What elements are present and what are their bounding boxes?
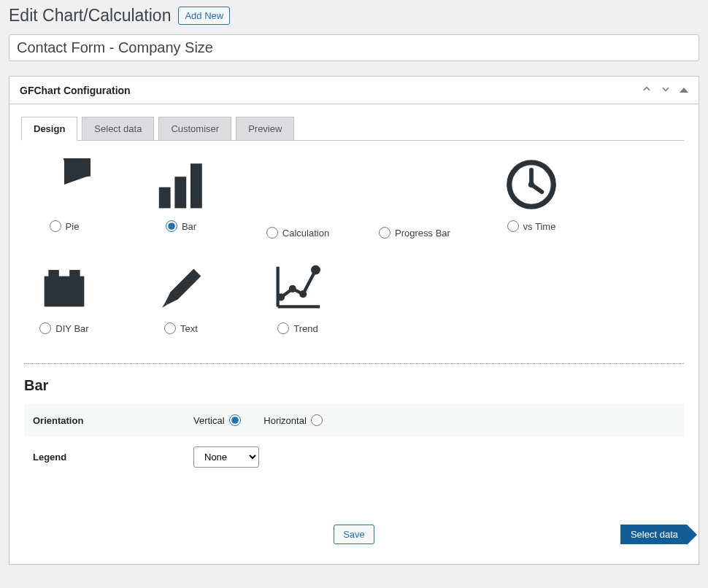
orientation-vertical-label: Vertical (193, 415, 225, 426)
svg-point-12 (277, 293, 285, 301)
svg-rect-1 (174, 177, 186, 208)
orientation-horizontal-label: Horizontal (263, 415, 307, 426)
svg-line-6 (531, 185, 542, 192)
legend-label: Legend (24, 436, 185, 478)
panel-toggle-icon[interactable] (680, 88, 688, 93)
svg-point-13 (289, 285, 296, 293)
orientation-horizontal-radio[interactable] (311, 414, 323, 426)
clock-icon (505, 158, 558, 213)
chart-type-progress-radio[interactable] (379, 227, 390, 239)
svg-point-14 (299, 290, 307, 298)
save-button[interactable]: Save (334, 525, 374, 544)
diy-bar-icon (38, 260, 91, 315)
chart-type-pie-label: Pie (66, 221, 80, 232)
tab-select-data[interactable]: Select data (82, 117, 154, 141)
orientation-vertical-radio[interactable] (229, 414, 241, 426)
pie-icon (38, 158, 91, 213)
divider (24, 363, 684, 364)
panel-title: GFChart Configuration (20, 85, 131, 96)
tab-customiser[interactable]: Customiser (158, 117, 231, 141)
chart-type-text-radio[interactable] (164, 322, 176, 334)
legend-select[interactable]: None (193, 446, 259, 468)
panel-move-up-icon[interactable] (642, 84, 652, 96)
svg-rect-2 (191, 163, 202, 208)
svg-rect-8 (48, 270, 58, 277)
chart-type-text-label: Text (180, 323, 198, 334)
chart-type-calculation-radio[interactable] (266, 227, 278, 239)
chart-title-input[interactable] (9, 34, 699, 61)
page-title: Edit Chart/Calculation (9, 6, 171, 26)
chart-type-bar-label: Bar (182, 221, 196, 232)
config-panel: GFChart Configuration Design Select data… (9, 76, 699, 565)
chart-type-progress-label: Progress Bar (395, 228, 450, 239)
chart-type-diybar-label: DIY Bar (55, 323, 88, 334)
tab-preview[interactable]: Preview (236, 117, 294, 141)
next-step-button[interactable]: Select data (620, 525, 687, 544)
pencil-icon (155, 260, 207, 315)
tab-design[interactable]: Design (21, 117, 77, 141)
config-tabs: Design Select data Customiser Preview (21, 116, 684, 141)
chart-type-calculation-label: Calculation (282, 228, 329, 239)
chart-type-trend-radio[interactable] (277, 322, 289, 334)
section-heading: Bar (24, 377, 684, 394)
chart-type-bar-radio[interactable] (166, 220, 177, 232)
svg-marker-10 (165, 269, 201, 305)
bar-icon (155, 158, 207, 213)
trend-icon (272, 260, 324, 315)
svg-rect-9 (69, 270, 80, 277)
panel-move-down-icon[interactable] (661, 84, 671, 96)
svg-point-15 (311, 265, 320, 274)
chart-type-pie-radio[interactable] (50, 220, 61, 232)
svg-rect-7 (45, 276, 85, 307)
orientation-label: Orientation (24, 404, 185, 436)
chart-type-vstime-label: vs Time (523, 221, 556, 232)
add-new-button[interactable]: Add New (178, 7, 230, 25)
svg-rect-0 (159, 187, 171, 209)
chart-type-vstime-radio[interactable] (507, 220, 519, 232)
chart-type-trend-label: Trend (293, 323, 318, 334)
chart-type-diybar-radio[interactable] (39, 322, 51, 334)
